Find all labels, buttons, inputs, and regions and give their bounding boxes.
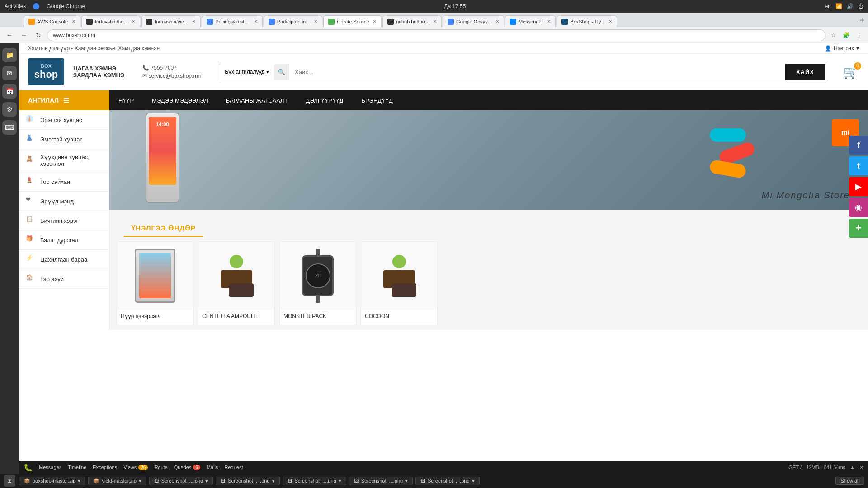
category-item-4[interactable]: ❤ Эрүүл мэнд (19, 192, 109, 211)
debug-mails[interactable]: Mails (207, 465, 218, 470)
category-item-3[interactable]: 💄 Гоо сайхан (19, 172, 109, 192)
debug-memory: 12MB (806, 465, 819, 470)
product-card-1[interactable]: CENTELLA AMPOULE (198, 241, 275, 325)
tab-aws[interactable]: AWS Console ✕ (24, 15, 80, 27)
tab-close-participate[interactable]: ✕ (314, 19, 317, 24)
debug-views[interactable]: Views 26 (123, 465, 148, 470)
category-label-2: Хүүхдийн хувцас, хэрэглэл (40, 154, 102, 167)
show-all-button[interactable]: Show all (835, 477, 864, 485)
nav-link-products[interactable]: БАРААНЫ ЖАГСААЛТ (217, 90, 297, 110)
tab-close-aws[interactable]: ✕ (72, 19, 75, 24)
tab-tortuvshin1[interactable]: tortuvshin/bo... ✕ (81, 15, 140, 27)
taskbar-file-1[interactable]: 📦 yield-master.zip ▾ (88, 477, 146, 485)
browser-name-label[interactable]: Google Chrome (47, 3, 85, 9)
tab-pricing[interactable]: Pricing & distr... ✕ (202, 15, 262, 27)
category-item-1[interactable]: 👗 Эмэгтэй хувцас (19, 130, 109, 149)
debug-queries[interactable]: Queries 6 (174, 465, 200, 470)
category-item-8[interactable]: 🏠 Гэр ахуй (19, 269, 109, 289)
taskbar-file-5[interactable]: 🖼 Screenshot_....png ▾ (349, 477, 413, 485)
tab-close-boxshop[interactable]: ✕ (609, 19, 612, 24)
search-category-dropdown[interactable]: Бүх ангилалууд ▾ (219, 64, 274, 80)
debug-close-icon[interactable]: ✕ (859, 465, 863, 470)
product-card-2[interactable]: XII MONSTER PACK (279, 241, 356, 325)
tab-createsource[interactable]: Create Source ✕ (323, 15, 382, 27)
forward-button[interactable]: → (18, 29, 30, 41)
debug-route[interactable]: Route (154, 465, 167, 470)
product-info-3: COCOON (361, 310, 437, 325)
tab-close-pricing[interactable]: ✕ (254, 19, 258, 24)
taskbar-file-2[interactable]: 🖼 Screenshot_....png ▾ (149, 477, 213, 485)
browser-tabs-bar: AWS Console ✕ tortuvshin/bo... ✕ tortuvs… (0, 13, 868, 27)
taskbar-file-6[interactable]: 🖼 Screenshot_....png ▾ (415, 477, 479, 485)
tab-favicon-t2 (146, 19, 152, 25)
bookmark-icon[interactable]: ☆ (828, 30, 839, 41)
tab-close-gt[interactable]: ✕ (495, 19, 499, 24)
category-menu-button[interactable]: АНГИЛАЛ ☰ (19, 90, 109, 110)
new-tab-button[interactable]: + (856, 14, 868, 27)
debug-messages[interactable]: Messages (39, 465, 61, 470)
app-icon-files[interactable]: 📁 (2, 48, 17, 62)
tab-close-github[interactable]: ✕ (433, 19, 437, 24)
nav-link-news[interactable]: МЭДЭЭ МЭДЭЭЛЭЛ (143, 90, 217, 110)
os-lang[interactable]: en (825, 3, 831, 9)
social-twitter-button[interactable]: t (849, 156, 868, 175)
social-add-button[interactable]: + (849, 219, 868, 238)
product-card-0[interactable]: Нүүр цэвэрлэгч (117, 241, 193, 325)
tab-github[interactable]: github:button... ✕ (382, 15, 442, 27)
nav-link-stores[interactable]: ДЭЛГҮҮРҮҮД (297, 90, 353, 110)
tab-boxshop[interactable]: BoxShop - Ну... ✕ (557, 15, 617, 27)
social-youtube-button[interactable]: ▶ (849, 177, 868, 196)
tab-google-translate[interactable]: Google Орчуу... ✕ (443, 15, 504, 27)
taskbar-file-3[interactable]: 🖼 Screenshot_....png ▾ (216, 477, 279, 485)
cart-button[interactable]: 🛒 0 (843, 65, 859, 80)
site-logo[interactable]: BOX shop (28, 58, 64, 85)
search-input[interactable] (289, 64, 785, 80)
category-item-2[interactable]: 🧸 Хүүхдийн хувцас, хэрэглэл (19, 149, 109, 172)
reload-button[interactable]: ↻ (33, 29, 44, 41)
taskbar-file-4[interactable]: 🖼 Screenshot_....png ▾ (283, 477, 346, 485)
tab-favicon-msg (510, 19, 516, 25)
login-button[interactable]: 👤 Нэвтрэх ▾ (825, 45, 859, 52)
search-button[interactable]: ХАЙХ (785, 64, 825, 80)
tab-messenger[interactable]: Messenger ✕ (505, 15, 556, 27)
tab-close-t2[interactable]: ✕ (192, 19, 196, 24)
address-bar[interactable] (47, 29, 826, 41)
debug-exceptions[interactable]: Exceptions (93, 465, 117, 470)
taskbar-file-0[interactable]: 📦 boxshop-master.zip ▾ (19, 477, 85, 485)
tab-close-msg[interactable]: ✕ (547, 19, 551, 24)
category-item-6[interactable]: 🎁 Бэлэг дурсгал (19, 230, 109, 250)
app-icon-settings[interactable]: ⚙ (2, 102, 17, 117)
product-card-3[interactable]: COCOON (361, 241, 438, 325)
social-instagram-button[interactable]: ◉ (849, 198, 868, 217)
social-facebook-button[interactable]: f (849, 136, 868, 155)
product-name-2: MONSTER PACK (283, 313, 352, 319)
category-item-7[interactable]: ⚡ Цахилгаан бараа (19, 250, 109, 269)
taskbar-file-label-6: Screenshot_....png (428, 478, 469, 483)
app-icon-mail[interactable]: ✉ (2, 66, 17, 80)
category-item-0[interactable]: 👔 Эрэгтэй хувцас (19, 110, 109, 130)
app-icon-terminal[interactable]: ⌨ (2, 120, 17, 135)
debug-bar-right: GET / 12MB 641.54ms ▲ ✕ (789, 465, 863, 470)
tab-tortuvshin2[interactable]: tortuvshin/yie... ✕ (141, 15, 201, 27)
nav-link-brands[interactable]: БРЭНДҮҮД (352, 90, 402, 110)
tab-participate[interactable]: Participate in... ✕ (264, 15, 323, 27)
category-item-5[interactable]: 📋 Бичгийн хэрэг (19, 211, 109, 230)
back-button[interactable]: ← (4, 29, 15, 41)
menu-icon[interactable]: ⋮ (854, 30, 864, 41)
search-category-label: Бүх ангилалууд (225, 69, 264, 75)
tab-favicon-pricing (207, 19, 213, 25)
category-label-7: Цахилгаан бараа (40, 256, 87, 263)
product-name-3: COCOON (365, 313, 434, 319)
nav-link-home[interactable]: НҮҮР (109, 90, 143, 110)
os-network-icon: 📶 (835, 3, 842, 9)
activities-label[interactable]: Activities (5, 3, 26, 9)
taskbar-app-grid[interactable]: ⊞ (4, 475, 15, 487)
debug-request[interactable]: Request (225, 465, 243, 470)
extensions-icon[interactable]: 🧩 (841, 30, 852, 41)
tab-close-create[interactable]: ✕ (373, 19, 377, 24)
app-icon-calendar[interactable]: 📅 (2, 84, 17, 99)
search-icon-container: 🔍 (274, 64, 289, 80)
debug-collapse-icon[interactable]: ▲ (850, 465, 855, 470)
debug-timeline[interactable]: Timeline (68, 465, 86, 470)
tab-close-t1[interactable]: ✕ (132, 19, 135, 24)
